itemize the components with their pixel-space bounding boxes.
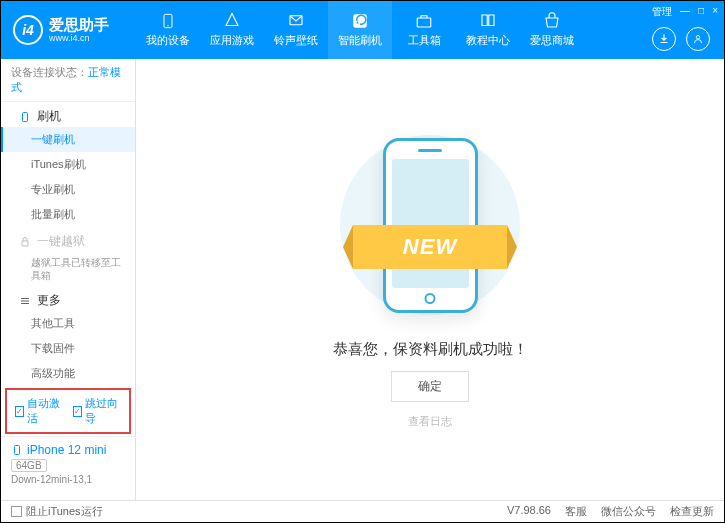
download-button[interactable]	[652, 27, 676, 51]
nav-label: 我的设备	[146, 33, 190, 48]
menu-icon	[19, 295, 31, 307]
success-illustration: NEW	[365, 130, 495, 320]
section-more[interactable]: 更多	[1, 286, 135, 311]
nav-label: 智能刷机	[338, 33, 382, 48]
phone-icon	[11, 443, 23, 457]
nav-label: 工具箱	[408, 33, 441, 48]
footer: 阻止iTunes运行 V7.98.66 客服 微信公众号 检查更新	[1, 500, 724, 522]
user-button[interactable]	[686, 27, 710, 51]
jailbreak-note: 越狱工具已转移至工具箱	[1, 252, 135, 286]
svg-rect-7	[22, 241, 28, 246]
new-banner: NEW	[353, 225, 507, 269]
block-itunes-label: 阻止iTunes运行	[26, 504, 103, 519]
svg-rect-6	[23, 112, 28, 121]
device-info: iPhone 12 mini 64GB Down-12mini-13,1	[1, 436, 135, 491]
wechat-link[interactable]: 微信公众号	[601, 504, 656, 519]
app-name: 爱思助手	[49, 17, 109, 34]
store-icon	[542, 12, 562, 30]
apps-icon	[222, 12, 242, 30]
success-message: 恭喜您，保资料刷机成功啦！	[333, 340, 528, 359]
checkbox-auto-activate[interactable]: ✓自动激活	[15, 396, 63, 426]
nav-toolbox[interactable]: 工具箱	[392, 1, 456, 59]
nav-apps[interactable]: 应用游戏	[200, 1, 264, 59]
nav-store[interactable]: 爱思商城	[520, 1, 584, 59]
main-nav: 我的设备 应用游戏 铃声壁纸 智能刷机 工具箱 教程中心 爱思商城	[136, 1, 724, 59]
svg-rect-8	[15, 446, 20, 455]
phone-icon	[158, 12, 178, 30]
version-label: V7.98.66	[507, 504, 551, 519]
sidebar-item-oneclick[interactable]: 一键刷机	[1, 127, 135, 152]
sidebar-item-batch[interactable]: 批量刷机	[1, 202, 135, 227]
device-name[interactable]: iPhone 12 mini	[11, 443, 125, 457]
sidebar-item-download[interactable]: 下载固件	[1, 336, 135, 361]
nav-my-device[interactable]: 我的设备	[136, 1, 200, 59]
ringtone-icon	[286, 12, 306, 30]
logo-area: i4 爱思助手 www.i4.cn	[1, 15, 136, 45]
nav-label: 铃声壁纸	[274, 33, 318, 48]
nav-label: 爱思商城	[530, 33, 574, 48]
svg-rect-4	[417, 18, 431, 27]
confirm-button[interactable]: 确定	[391, 371, 469, 402]
sidebar-item-other[interactable]: 其他工具	[1, 311, 135, 336]
toolbox-icon	[414, 12, 434, 30]
storage-badge: 64GB	[11, 459, 47, 472]
app-url: www.i4.cn	[49, 33, 109, 43]
nav-ringtone[interactable]: 铃声壁纸	[264, 1, 328, 59]
nav-flash[interactable]: 智能刷机	[328, 1, 392, 59]
logo-icon: i4	[13, 15, 43, 45]
sidebar: 设备连接状态：正常模式 刷机 一键刷机 iTunes刷机 专业刷机 批量刷机 一…	[1, 59, 136, 500]
svg-point-5	[696, 36, 700, 40]
app-header: i4 爱思助手 www.i4.cn 我的设备 应用游戏 铃声壁纸 智能刷机 工具…	[1, 1, 724, 59]
support-link[interactable]: 客服	[565, 504, 587, 519]
lock-icon	[19, 236, 31, 248]
firmware-label: Down-12mini-13,1	[11, 474, 125, 485]
nav-label: 教程中心	[466, 33, 510, 48]
maximize-button[interactable]: □	[698, 5, 704, 19]
section-flash[interactable]: 刷机	[1, 102, 135, 127]
nav-label: 应用游戏	[210, 33, 254, 48]
flash-icon	[350, 12, 370, 30]
checkbox-skip-setup[interactable]: ✓跳过向导	[73, 396, 121, 426]
options-row: ✓自动激活 ✓跳过向导	[5, 388, 131, 434]
view-log-link[interactable]: 查看日志	[408, 414, 452, 429]
sidebar-item-advanced[interactable]: 高级功能	[1, 361, 135, 386]
book-icon	[478, 12, 498, 30]
svg-point-1	[167, 25, 168, 26]
nav-tutorial[interactable]: 教程中心	[456, 1, 520, 59]
phone-icon	[19, 111, 31, 123]
close-button[interactable]: ×	[712, 5, 718, 19]
sidebar-item-pro[interactable]: 专业刷机	[1, 177, 135, 202]
manage-link[interactable]: 管理	[652, 5, 672, 19]
minimize-button[interactable]: —	[680, 5, 690, 19]
window-controls: 管理 — □ ×	[652, 5, 718, 19]
checkbox-block-itunes[interactable]	[11, 506, 22, 517]
sidebar-item-itunes[interactable]: iTunes刷机	[1, 152, 135, 177]
main-content: NEW 恭喜您，保资料刷机成功啦！ 确定 查看日志	[136, 59, 724, 500]
section-jailbreak: 一键越狱	[1, 227, 135, 252]
device-status: 设备连接状态：正常模式	[1, 59, 135, 102]
update-link[interactable]: 检查更新	[670, 504, 714, 519]
